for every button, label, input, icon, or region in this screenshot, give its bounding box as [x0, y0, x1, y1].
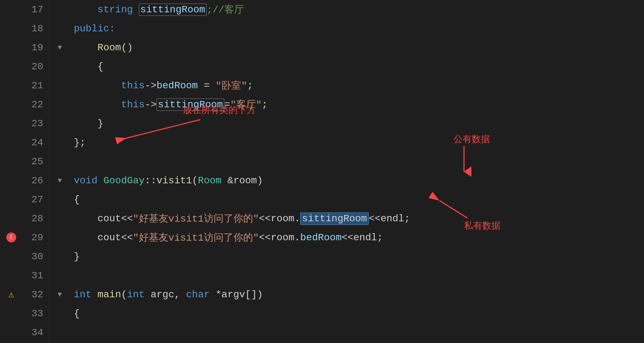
code-editor: !⚠ 171819202122232425262728293031323334 …	[0, 0, 644, 343]
code-line-18: public:	[74, 19, 644, 38]
token: argc,	[150, 289, 186, 300]
token: cout<<	[74, 232, 133, 243]
code-line-32: int main(int argc, char *argv[])	[74, 285, 644, 304]
token: <<endl;	[342, 232, 383, 243]
line-number-33: 33	[21, 304, 49, 323]
token: int	[127, 289, 150, 300]
line-number-34: 34	[21, 323, 49, 342]
token: <<room.	[259, 213, 300, 224]
empty-icon	[6, 271, 16, 280]
empty-icon	[6, 24, 16, 33]
fold-cell-17	[49, 0, 70, 19]
code-line-17: string sittingRoom;//客厅	[74, 0, 644, 19]
token: ;//客厅	[207, 3, 244, 16]
icon-cell-21	[1, 76, 21, 95]
code-line-29: cout<<"好基友visit1访问了你的"<<room.bedRoom<<en…	[74, 228, 644, 247]
token: "好基友visit1访问了你的"	[133, 231, 259, 244]
token: {	[74, 194, 80, 205]
token: cout<<	[74, 213, 133, 224]
line-number-26: 26	[21, 171, 49, 190]
fold-cell-34	[49, 323, 70, 342]
fold-cell-32[interactable]: ▼	[49, 285, 70, 304]
token: =	[224, 99, 230, 110]
line-number-29: 29	[21, 228, 49, 247]
line-number-24: 24	[21, 133, 49, 152]
fold-cell-23	[49, 114, 70, 133]
line-number-25: 25	[21, 152, 49, 171]
token: }	[74, 251, 80, 262]
empty-icon	[6, 5, 16, 14]
icon-cell-33	[1, 304, 21, 323]
warning-icon: ⚠	[8, 289, 14, 300]
token: ->	[145, 99, 157, 110]
code-line-22: this->sittingRoom="客厅";	[74, 95, 644, 114]
token: this	[74, 99, 145, 110]
fold-cell-22	[49, 95, 70, 114]
line-number-30: 30	[21, 247, 49, 266]
code-line-24: };	[74, 133, 644, 152]
fold-cell-31	[49, 266, 70, 285]
icon-cell-32: ⚠	[1, 285, 21, 304]
fold-cell-29	[49, 228, 70, 247]
token: {	[74, 308, 80, 319]
line-number-19: 19	[21, 38, 49, 57]
code-line-34	[74, 323, 644, 342]
token: sittingRoom	[156, 99, 224, 111]
line-number-31: 31	[21, 266, 49, 285]
code-line-33: {	[74, 304, 644, 323]
fold-cell-20	[49, 57, 70, 76]
code-line-27: {	[74, 190, 644, 209]
token: ;	[262, 99, 268, 110]
empty-icon	[6, 328, 16, 337]
token: };	[74, 137, 86, 148]
token: "卧室"	[215, 79, 247, 92]
fold-cell-18	[49, 19, 70, 38]
fold-cell-26[interactable]: ▼	[49, 171, 70, 190]
line-number-21: 21	[21, 76, 49, 95]
token: "客厅"	[230, 98, 262, 111]
empty-icon	[6, 119, 16, 128]
icon-cell-18	[1, 19, 21, 38]
fold-cell-19[interactable]: ▼	[49, 38, 70, 57]
code-line-30: }	[74, 247, 644, 266]
token: string	[74, 4, 139, 15]
token: }	[74, 118, 103, 129]
code-line-28: cout<<"好基友visit1访问了你的"<<room.sittingRoom…	[74, 209, 644, 228]
empty-icon	[6, 176, 16, 185]
token: Room	[74, 42, 121, 53]
token: (	[121, 289, 127, 300]
token: public:	[74, 23, 115, 34]
icon-cell-25	[1, 152, 21, 171]
token: Room	[198, 175, 227, 186]
icon-cell-19	[1, 38, 21, 57]
code-lines-container: string sittingRoom;//客厅public: Room() { …	[74, 0, 644, 342]
empty-icon	[6, 100, 16, 109]
code-line-25	[74, 152, 644, 171]
empty-icon	[6, 62, 16, 71]
icon-cell-30	[1, 247, 21, 266]
error-icon: !	[6, 233, 16, 242]
token: sittingRoom	[300, 212, 369, 225]
empty-icon	[6, 157, 16, 166]
empty-icon	[6, 309, 16, 318]
code-line-21: this->bedRoom = "卧室";	[74, 76, 644, 95]
icon-gutter: !⚠	[0, 0, 21, 343]
code-line-23: }	[74, 114, 644, 133]
line-numbers: 171819202122232425262728293031323334	[21, 0, 49, 343]
token: void	[74, 175, 103, 186]
icon-cell-28	[1, 209, 21, 228]
line-number-32: 32	[21, 285, 49, 304]
token: "好基友visit1访问了你的"	[133, 212, 259, 225]
code-line-20: {	[74, 57, 644, 76]
fold-cell-33	[49, 304, 70, 323]
icon-cell-29: !	[1, 228, 21, 247]
fold-cell-27	[49, 190, 70, 209]
fold-cell-21	[49, 76, 70, 95]
line-number-23: 23	[21, 114, 49, 133]
left-panel: !⚠ 171819202122232425262728293031323334 …	[0, 0, 70, 343]
icon-cell-26	[1, 171, 21, 190]
line-number-27: 27	[21, 190, 49, 209]
token: *argv[])	[215, 289, 263, 300]
icon-cell-27	[1, 190, 21, 209]
fold-cell-28	[49, 209, 70, 228]
